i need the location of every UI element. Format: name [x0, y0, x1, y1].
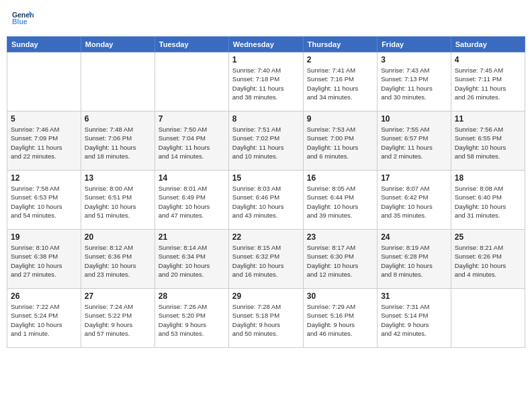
- day-info: Sunrise: 8:05 AM Sunset: 6:44 PM Dayligh…: [307, 184, 373, 220]
- day-number: 26: [11, 291, 77, 301]
- day-number: 4: [455, 55, 521, 64]
- day-cell-6: 6Sunrise: 7:48 AM Sunset: 7:06 PM Daylig…: [81, 111, 154, 171]
- day-number: 28: [159, 291, 225, 301]
- day-number: 25: [455, 232, 521, 242]
- day-number: 19: [11, 232, 77, 242]
- day-info: Sunrise: 8:07 AM Sunset: 6:42 PM Dayligh…: [381, 184, 447, 220]
- day-cell-1: 1Sunrise: 7:40 AM Sunset: 7:18 PM Daylig…: [228, 52, 303, 111]
- day-cell-21: 21Sunrise: 8:14 AM Sunset: 6:34 PM Dayli…: [154, 230, 228, 289]
- day-number: 9: [307, 114, 373, 124]
- empty-cell: [7, 52, 81, 111]
- day-info: Sunrise: 7:56 AM Sunset: 6:55 PM Dayligh…: [455, 125, 521, 161]
- day-info: Sunrise: 7:43 AM Sunset: 7:13 PM Dayligh…: [381, 66, 447, 101]
- day-number: 18: [455, 173, 521, 183]
- day-cell-8: 8Sunrise: 7:51 AM Sunset: 7:02 PM Daylig…: [228, 111, 303, 171]
- day-info: Sunrise: 8:03 AM Sunset: 6:46 PM Dayligh…: [232, 184, 300, 220]
- day-info: Sunrise: 7:40 AM Sunset: 7:18 PM Dayligh…: [232, 66, 300, 101]
- day-info: Sunrise: 7:29 AM Sunset: 5:16 PM Dayligh…: [307, 302, 373, 338]
- day-info: Sunrise: 7:48 AM Sunset: 7:06 PM Dayligh…: [85, 125, 151, 161]
- day-number: 8: [232, 114, 300, 124]
- calendar-table: SundayMondayTuesdayWednesdayThursdayFrid…: [7, 36, 525, 348]
- svg-text:Blue: Blue: [12, 18, 28, 26]
- day-cell-18: 18Sunrise: 8:08 AM Sunset: 6:40 PM Dayli…: [451, 171, 525, 230]
- header-row: SundayMondayTuesdayWednesdayThursdayFrid…: [7, 37, 525, 52]
- col-header-tuesday: Tuesday: [154, 37, 228, 52]
- day-number: 16: [307, 173, 373, 183]
- day-number: 7: [159, 114, 225, 124]
- day-info: Sunrise: 8:14 AM Sunset: 6:34 PM Dayligh…: [159, 243, 225, 279]
- day-cell-13: 13Sunrise: 8:00 AM Sunset: 6:51 PM Dayli…: [81, 171, 154, 230]
- day-info: Sunrise: 7:26 AM Sunset: 5:20 PM Dayligh…: [159, 302, 225, 338]
- day-info: Sunrise: 8:12 AM Sunset: 6:36 PM Dayligh…: [85, 243, 151, 279]
- day-cell-16: 16Sunrise: 8:05 AM Sunset: 6:44 PM Dayli…: [303, 171, 377, 230]
- day-number: 2: [307, 55, 373, 64]
- day-info: Sunrise: 7:24 AM Sunset: 5:22 PM Dayligh…: [85, 302, 151, 338]
- day-cell-15: 15Sunrise: 8:03 AM Sunset: 6:46 PM Dayli…: [228, 171, 303, 230]
- day-cell-22: 22Sunrise: 8:15 AM Sunset: 6:32 PM Dayli…: [228, 230, 303, 289]
- week-row-1: 1Sunrise: 7:40 AM Sunset: 7:18 PM Daylig…: [7, 52, 525, 111]
- day-number: 3: [381, 55, 447, 64]
- col-header-thursday: Thursday: [303, 37, 377, 52]
- empty-cell: [81, 52, 154, 111]
- day-number: 20: [85, 232, 151, 242]
- day-cell-2: 2Sunrise: 7:41 AM Sunset: 7:16 PM Daylig…: [303, 52, 377, 111]
- day-info: Sunrise: 7:28 AM Sunset: 5:18 PM Dayligh…: [232, 302, 300, 338]
- empty-cell: [451, 289, 525, 348]
- day-cell-27: 27Sunrise: 7:24 AM Sunset: 5:22 PM Dayli…: [81, 289, 154, 348]
- week-row-5: 26Sunrise: 7:22 AM Sunset: 5:24 PM Dayli…: [7, 289, 525, 348]
- day-number: 10: [381, 114, 447, 124]
- day-number: 23: [307, 232, 373, 242]
- day-cell-12: 12Sunrise: 7:58 AM Sunset: 6:53 PM Dayli…: [7, 171, 81, 230]
- day-info: Sunrise: 7:22 AM Sunset: 5:24 PM Dayligh…: [11, 302, 77, 338]
- col-header-wednesday: Wednesday: [228, 37, 303, 52]
- col-header-monday: Monday: [81, 37, 154, 52]
- day-cell-3: 3Sunrise: 7:43 AM Sunset: 7:13 PM Daylig…: [378, 52, 451, 111]
- day-number: 31: [381, 291, 447, 301]
- day-info: Sunrise: 7:53 AM Sunset: 7:00 PM Dayligh…: [307, 125, 373, 161]
- day-cell-20: 20Sunrise: 8:12 AM Sunset: 6:36 PM Dayli…: [81, 230, 154, 289]
- day-info: Sunrise: 8:08 AM Sunset: 6:40 PM Dayligh…: [455, 184, 521, 220]
- day-info: Sunrise: 7:58 AM Sunset: 6:53 PM Dayligh…: [11, 184, 77, 220]
- logo-icon: General Blue: [12, 9, 34, 28]
- day-info: Sunrise: 8:21 AM Sunset: 6:26 PM Dayligh…: [455, 243, 521, 279]
- day-info: Sunrise: 7:55 AM Sunset: 6:57 PM Dayligh…: [381, 125, 447, 161]
- day-number: 5: [11, 114, 77, 124]
- day-info: Sunrise: 7:45 AM Sunset: 7:11 PM Dayligh…: [455, 66, 521, 101]
- day-info: Sunrise: 8:10 AM Sunset: 6:38 PM Dayligh…: [11, 243, 77, 279]
- day-number: 1: [232, 55, 300, 64]
- day-cell-9: 9Sunrise: 7:53 AM Sunset: 7:00 PM Daylig…: [303, 111, 377, 171]
- day-number: 17: [381, 173, 447, 183]
- day-info: Sunrise: 7:51 AM Sunset: 7:02 PM Dayligh…: [232, 125, 300, 161]
- day-cell-26: 26Sunrise: 7:22 AM Sunset: 5:24 PM Dayli…: [7, 289, 81, 348]
- day-info: Sunrise: 8:00 AM Sunset: 6:51 PM Dayligh…: [85, 184, 151, 220]
- day-number: 30: [307, 291, 373, 301]
- empty-cell: [154, 52, 228, 111]
- week-row-3: 12Sunrise: 7:58 AM Sunset: 6:53 PM Dayli…: [7, 171, 525, 230]
- logo: General Blue: [12, 9, 34, 28]
- day-cell-17: 17Sunrise: 8:07 AM Sunset: 6:42 PM Dayli…: [378, 171, 451, 230]
- day-cell-7: 7Sunrise: 7:50 AM Sunset: 7:04 PM Daylig…: [154, 111, 228, 171]
- day-number: 13: [85, 173, 151, 183]
- day-cell-31: 31Sunrise: 7:31 AM Sunset: 5:14 PM Dayli…: [378, 289, 451, 348]
- week-row-4: 19Sunrise: 8:10 AM Sunset: 6:38 PM Dayli…: [7, 230, 525, 289]
- day-number: 6: [85, 114, 151, 124]
- day-cell-14: 14Sunrise: 8:01 AM Sunset: 6:49 PM Dayli…: [154, 171, 228, 230]
- col-header-saturday: Saturday: [451, 37, 525, 52]
- col-header-sunday: Sunday: [7, 37, 81, 52]
- day-info: Sunrise: 8:01 AM Sunset: 6:49 PM Dayligh…: [159, 184, 225, 220]
- day-number: 12: [11, 173, 77, 183]
- day-cell-10: 10Sunrise: 7:55 AM Sunset: 6:57 PM Dayli…: [378, 111, 451, 171]
- day-cell-23: 23Sunrise: 8:17 AM Sunset: 6:30 PM Dayli…: [303, 230, 377, 289]
- day-cell-24: 24Sunrise: 8:19 AM Sunset: 6:28 PM Dayli…: [378, 230, 451, 289]
- day-info: Sunrise: 8:15 AM Sunset: 6:32 PM Dayligh…: [232, 243, 300, 279]
- day-cell-4: 4Sunrise: 7:45 AM Sunset: 7:11 PM Daylig…: [451, 52, 525, 111]
- week-row-2: 5Sunrise: 7:46 AM Sunset: 7:09 PM Daylig…: [7, 111, 525, 171]
- day-info: Sunrise: 8:17 AM Sunset: 6:30 PM Dayligh…: [307, 243, 373, 279]
- day-info: Sunrise: 7:50 AM Sunset: 7:04 PM Dayligh…: [159, 125, 225, 161]
- day-number: 22: [232, 232, 300, 242]
- day-info: Sunrise: 7:41 AM Sunset: 7:16 PM Dayligh…: [307, 66, 373, 101]
- day-number: 21: [159, 232, 225, 242]
- day-number: 14: [159, 173, 225, 183]
- day-number: 29: [232, 291, 300, 301]
- page-header: General Blue: [7, 7, 525, 31]
